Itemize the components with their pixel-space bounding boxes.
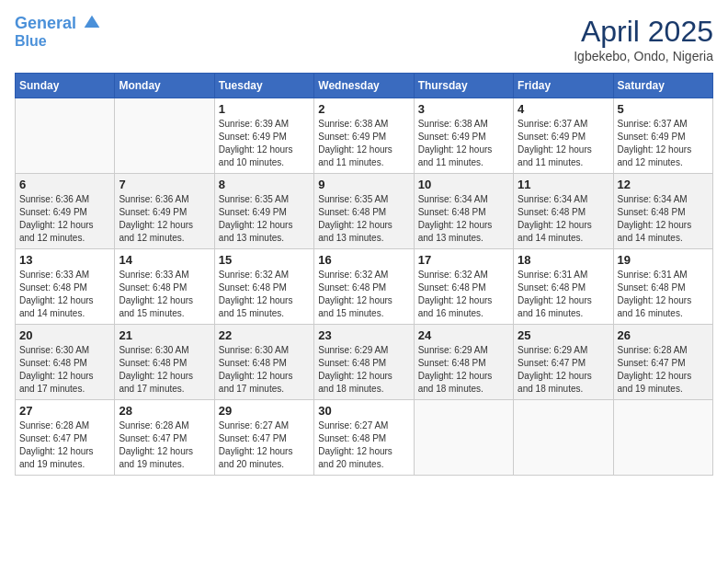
calendar-cell: 24Sunrise: 6:29 AM Sunset: 6:48 PM Dayli… [414,325,513,400]
day-info: Sunrise: 6:33 AM Sunset: 6:48 PM Dayligh… [19,269,110,320]
calendar-week-row: 27Sunrise: 6:28 AM Sunset: 6:47 PM Dayli… [16,400,713,476]
calendar-cell: 20Sunrise: 6:30 AM Sunset: 6:48 PM Dayli… [16,325,115,400]
calendar-week-row: 1Sunrise: 6:39 AM Sunset: 6:49 PM Daylig… [16,98,713,174]
day-info: Sunrise: 6:28 AM Sunset: 6:47 PM Dayligh… [618,344,709,396]
day-info: Sunrise: 6:27 AM Sunset: 6:47 PM Dayligh… [219,419,310,471]
day-info: Sunrise: 6:28 AM Sunset: 6:47 PM Dayligh… [119,419,210,471]
weekday-header-wednesday: Wednesday [314,74,414,98]
day-number: 15 [219,253,310,267]
day-number: 10 [418,178,509,191]
weekday-header-friday: Friday [514,74,613,98]
calendar-cell: 15Sunrise: 6:32 AM Sunset: 6:48 PM Dayli… [214,249,313,325]
weekday-header-row: SundayMondayTuesdayWednesdayThursdayFrid… [16,74,713,98]
calendar-cell: 27Sunrise: 6:28 AM Sunset: 6:47 PM Dayli… [16,400,115,476]
calendar-cell: 19Sunrise: 6:31 AM Sunset: 6:48 PM Dayli… [613,249,712,325]
month-title: April 2025 [574,15,713,49]
day-info: Sunrise: 6:30 AM Sunset: 6:48 PM Dayligh… [219,344,310,396]
day-info: Sunrise: 6:30 AM Sunset: 6:48 PM Dayligh… [19,344,110,396]
day-number: 30 [318,404,409,418]
calendar-cell [613,400,712,476]
calendar-cell: 21Sunrise: 6:30 AM Sunset: 6:48 PM Dayli… [115,325,214,400]
day-info: Sunrise: 6:36 AM Sunset: 6:49 PM Dayligh… [119,193,210,245]
day-number: 2 [318,102,409,116]
day-number: 26 [618,328,709,342]
calendar-cell: 1Sunrise: 6:39 AM Sunset: 6:49 PM Daylig… [214,98,313,174]
calendar-cell: 25Sunrise: 6:29 AM Sunset: 6:47 PM Dayli… [514,325,613,400]
calendar-cell: 30Sunrise: 6:27 AM Sunset: 6:48 PM Dayli… [314,400,414,476]
day-info: Sunrise: 6:31 AM Sunset: 6:48 PM Dayligh… [618,269,709,320]
page-header: General Blue April 2025 Igbekebo, Ondo, … [15,15,713,63]
calendar-cell [514,400,613,476]
calendar-cell: 6Sunrise: 6:36 AM Sunset: 6:49 PM Daylig… [16,174,115,249]
day-number: 27 [19,404,110,418]
day-info: Sunrise: 6:31 AM Sunset: 6:48 PM Dayligh… [518,269,609,320]
calendar-cell: 2Sunrise: 6:38 AM Sunset: 6:49 PM Daylig… [314,98,414,174]
calendar-cell: 9Sunrise: 6:35 AM Sunset: 6:48 PM Daylig… [314,174,414,249]
day-info: Sunrise: 6:39 AM Sunset: 6:49 PM Dayligh… [219,118,310,169]
day-number: 3 [418,102,509,116]
day-number: 20 [19,328,110,342]
day-number: 11 [518,178,609,191]
day-info: Sunrise: 6:35 AM Sunset: 6:49 PM Dayligh… [219,193,310,245]
day-number: 7 [119,178,210,191]
title-area: April 2025 Igbekebo, Ondo, Nigeria [574,15,713,63]
day-number: 25 [518,328,609,342]
day-info: Sunrise: 6:34 AM Sunset: 6:48 PM Dayligh… [518,193,609,245]
calendar-cell: 13Sunrise: 6:33 AM Sunset: 6:48 PM Dayli… [16,249,115,325]
day-number: 9 [318,178,409,191]
calendar-cell: 28Sunrise: 6:28 AM Sunset: 6:47 PM Dayli… [115,400,214,476]
calendar-cell: 29Sunrise: 6:27 AM Sunset: 6:47 PM Dayli… [214,400,313,476]
calendar-table: SundayMondayTuesdayWednesdayThursdayFrid… [15,73,713,476]
calendar-week-row: 6Sunrise: 6:36 AM Sunset: 6:49 PM Daylig… [16,174,713,249]
location: Igbekebo, Ondo, Nigeria [574,49,713,63]
day-info: Sunrise: 6:29 AM Sunset: 6:48 PM Dayligh… [418,344,509,396]
day-number: 5 [618,102,709,116]
calendar-cell: 12Sunrise: 6:34 AM Sunset: 6:48 PM Dayli… [613,174,712,249]
calendar-cell: 11Sunrise: 6:34 AM Sunset: 6:48 PM Dayli… [514,174,613,249]
day-number: 29 [219,404,310,418]
day-number: 21 [119,328,210,342]
day-number: 6 [19,178,110,191]
calendar-cell [16,98,115,174]
calendar-cell: 14Sunrise: 6:33 AM Sunset: 6:48 PM Dayli… [115,249,214,325]
day-number: 1 [219,102,310,116]
logo-text: General [15,15,101,33]
calendar-cell: 23Sunrise: 6:29 AM Sunset: 6:48 PM Dayli… [314,325,414,400]
day-number: 24 [418,328,509,342]
weekday-header-monday: Monday [115,74,214,98]
day-number: 28 [119,404,210,418]
calendar-cell: 17Sunrise: 6:32 AM Sunset: 6:48 PM Dayli… [414,249,513,325]
calendar-cell: 4Sunrise: 6:37 AM Sunset: 6:49 PM Daylig… [514,98,613,174]
day-info: Sunrise: 6:37 AM Sunset: 6:49 PM Dayligh… [518,118,609,169]
day-info: Sunrise: 6:29 AM Sunset: 6:47 PM Dayligh… [518,344,609,396]
day-info: Sunrise: 6:38 AM Sunset: 6:49 PM Dayligh… [418,118,509,169]
calendar-cell: 7Sunrise: 6:36 AM Sunset: 6:49 PM Daylig… [115,174,214,249]
calendar-cell: 18Sunrise: 6:31 AM Sunset: 6:48 PM Dayli… [514,249,613,325]
logo: General Blue [15,15,101,49]
day-number: 13 [19,253,110,267]
day-info: Sunrise: 6:29 AM Sunset: 6:48 PM Dayligh… [318,344,409,396]
calendar-cell: 5Sunrise: 6:37 AM Sunset: 6:49 PM Daylig… [613,98,712,174]
day-number: 17 [418,253,509,267]
day-info: Sunrise: 6:38 AM Sunset: 6:49 PM Dayligh… [318,118,409,169]
day-number: 16 [318,253,409,267]
day-info: Sunrise: 6:30 AM Sunset: 6:48 PM Dayligh… [119,344,210,396]
day-number: 22 [219,328,310,342]
logo-blue: Blue [15,33,101,50]
calendar-cell: 8Sunrise: 6:35 AM Sunset: 6:49 PM Daylig… [214,174,313,249]
calendar-cell: 3Sunrise: 6:38 AM Sunset: 6:49 PM Daylig… [414,98,513,174]
calendar-cell [414,400,513,476]
day-info: Sunrise: 6:37 AM Sunset: 6:49 PM Dayligh… [618,118,709,169]
svg-marker-0 [85,16,100,28]
day-info: Sunrise: 6:32 AM Sunset: 6:48 PM Dayligh… [318,269,409,320]
day-info: Sunrise: 6:27 AM Sunset: 6:48 PM Dayligh… [318,419,409,471]
day-number: 23 [318,328,409,342]
calendar-cell [115,98,214,174]
day-info: Sunrise: 6:36 AM Sunset: 6:49 PM Dayligh… [19,193,110,245]
calendar-cell: 22Sunrise: 6:30 AM Sunset: 6:48 PM Dayli… [214,325,313,400]
day-info: Sunrise: 6:33 AM Sunset: 6:48 PM Dayligh… [119,269,210,320]
calendar-cell: 16Sunrise: 6:32 AM Sunset: 6:48 PM Dayli… [314,249,414,325]
day-info: Sunrise: 6:28 AM Sunset: 6:47 PM Dayligh… [19,419,110,471]
calendar-week-row: 20Sunrise: 6:30 AM Sunset: 6:48 PM Dayli… [16,325,713,400]
day-number: 12 [618,178,709,191]
